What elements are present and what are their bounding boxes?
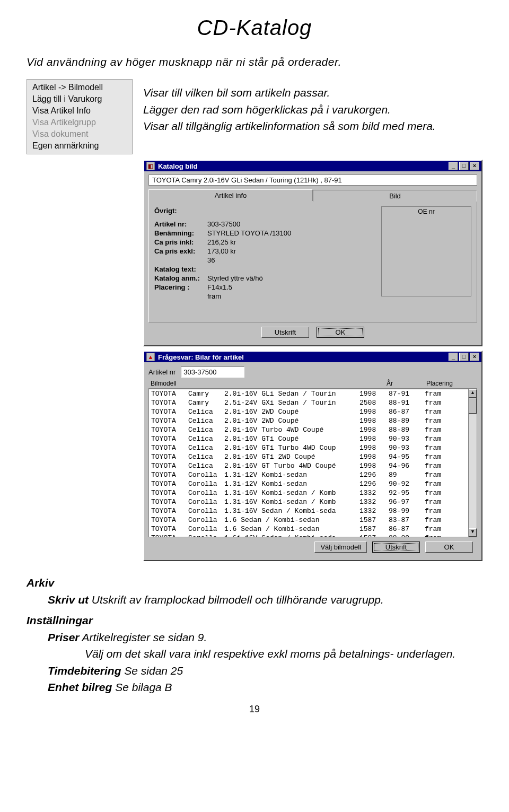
col-ar: År — [387, 380, 426, 387]
label-artikel-nr: Artikel nr: — [154, 220, 207, 228]
tab-artikel-info[interactable]: Artikel info — [148, 189, 313, 201]
scrollbar[interactable]: ▲ ▼ — [468, 389, 477, 537]
cell: fram — [425, 479, 475, 488]
cell: 88-89 — [389, 416, 425, 425]
table-row[interactable]: TOYOTACamry2.5i-24V GXi Sedan / Tourin25… — [149, 398, 477, 407]
table-row[interactable]: TOYOTACorolla1.6i-16V Sedan / Kombi-seda… — [149, 534, 477, 537]
menu-item-disabled: Visa dokument — [27, 128, 132, 140]
cell: TOYOTA — [151, 425, 188, 434]
scroll-up-icon[interactable]: ▲ — [469, 389, 477, 398]
cell: TOYOTA — [151, 461, 188, 470]
minimize-button[interactable]: _ — [449, 162, 458, 170]
cell: Corolla — [188, 470, 224, 479]
cell: 88-91 — [389, 398, 425, 407]
menu-item[interactable]: Egen anmärkning — [27, 140, 132, 152]
minimize-button[interactable]: _ — [449, 353, 458, 361]
results-grid[interactable]: TOYOTACamry2.0i-16V GLi Sedan / Tourin19… — [148, 389, 477, 537]
ok-button[interactable]: OK — [425, 542, 473, 553]
cell: 1998 — [359, 425, 389, 434]
oe-nr-box: OE nr — [381, 206, 471, 296]
table-row[interactable]: TOYOTACelica2.0i-16V Turbo 4WD Coupé1998… — [149, 425, 477, 434]
col-bilmodell: Bilmodell — [151, 380, 201, 387]
label-ovrigt: Övrigt: — [154, 207, 207, 215]
table-row[interactable]: TOYOTACelica2.0i-16V GTi Coupé199890-93f… — [149, 434, 477, 443]
table-row[interactable]: TOYOTACorolla1.3i-16V Sedan / Kombi-seda… — [149, 507, 477, 516]
key-priser: Priser — [48, 631, 80, 643]
cell: TOYOTA — [151, 416, 188, 425]
table-row[interactable]: TOYOTACamry2.0i-16V GLi Sedan / Tourin19… — [149, 389, 477, 398]
cell: TOYOTA — [151, 516, 188, 525]
table-row[interactable]: TOYOTACorolla1.3i-12V Kombi-sedan129689f… — [149, 470, 477, 479]
value-benamning: STYRLED TOYOTA /13100 — [207, 229, 291, 237]
cell: fram — [425, 416, 475, 425]
text: Se sidan 25 — [121, 665, 183, 677]
window-fragesvar: ▲ Frågesvar: Bilar för artikel _ □ × Art… — [143, 351, 482, 561]
cell: fram — [425, 389, 475, 398]
table-row[interactable]: TOYOTACelica2.0i-16V GT Turbo 4WD Coupé1… — [149, 461, 477, 470]
cell: Corolla — [188, 497, 224, 507]
table-row[interactable]: TOYOTACorolla1.3i-16V Kombi-sedan / Komb… — [149, 497, 477, 507]
menu-item[interactable]: Artikel -> Bilmodell — [27, 82, 132, 93]
utskrift-button[interactable]: Utskrift — [261, 327, 309, 338]
cell: 2.0i-16V GLi Sedan / Tourin — [224, 389, 359, 398]
cell: Corolla — [188, 479, 224, 488]
valj-bilmodell-button[interactable]: Välj bilmodell — [314, 542, 367, 553]
cell: 1.6i-16V Sedan / Kombi-seda — [224, 534, 359, 537]
cell: fram — [425, 434, 475, 443]
table-row[interactable]: TOYOTACorolla1.3i-16V Kombi-sedan / Komb… — [149, 488, 477, 497]
tab-bild[interactable]: Bild — [313, 190, 477, 202]
table-row[interactable]: TOYOTACorolla1.6 Sedan / Kombi-sedan1587… — [149, 516, 477, 525]
key-skriv-ut: Skriv ut — [48, 593, 89, 606]
scroll-down-icon[interactable]: ▼ — [469, 528, 477, 537]
cell: fram — [425, 488, 475, 497]
table-row[interactable]: TOYOTACorolla1.6 Sedan / Kombi-sedan1587… — [149, 525, 477, 534]
artikel-nr-input[interactable]: 303-37500 — [181, 366, 244, 378]
cell: 1587 — [359, 525, 389, 534]
table-row[interactable]: TOYOTACelica2.0i-16V GTi 2WD Coupé199894… — [149, 452, 477, 461]
cell: fram — [425, 470, 475, 479]
close-button[interactable]: × — [470, 162, 479, 170]
cell: Celica — [188, 452, 224, 461]
table-row[interactable]: TOYOTACelica2.0i-16V GTi Turbo 4WD Coup1… — [149, 443, 477, 452]
text: Artikelregister se sidan 9. — [80, 631, 207, 643]
close-button[interactable]: × — [470, 353, 479, 361]
menu-item[interactable]: Visa Artikel Info — [27, 105, 132, 117]
cell: fram — [425, 398, 475, 407]
cell: Corolla — [188, 516, 224, 525]
oe-title: OE nr — [382, 207, 471, 216]
cell: 1296 — [359, 479, 389, 488]
cell: Camry — [188, 398, 224, 407]
scroll-thumb[interactable] — [469, 398, 477, 414]
cell: fram — [425, 407, 475, 416]
cell: 90-93 — [389, 443, 425, 452]
cell: Celica — [188, 416, 224, 425]
utskrift-button[interactable]: Utskrift — [372, 542, 420, 553]
table-row[interactable]: TOYOTACelica2.0i-16V 2WD Coupé199888-89f… — [149, 416, 477, 425]
table-row[interactable]: TOYOTACorolla1.3i-12V Kombi-sedan129690-… — [149, 479, 477, 488]
cell: 2.0i-16V GTi Coupé — [224, 434, 359, 443]
cell: TOYOTA — [151, 434, 188, 443]
cell: Corolla — [188, 507, 224, 516]
cell: fram — [425, 443, 475, 452]
document-body: Arkiv Skriv ut Utskrift av framplockad b… — [27, 574, 482, 696]
maximize-button[interactable]: □ — [459, 162, 469, 170]
window-title: Katalog bild — [158, 162, 197, 170]
value-qty: 36 — [207, 256, 215, 264]
value-placering: F14x1.5 — [207, 283, 232, 291]
cell: 90-93 — [389, 434, 425, 443]
cell: 1587 — [359, 534, 389, 537]
maximize-button[interactable]: □ — [459, 353, 469, 361]
table-row[interactable]: TOYOTACelica2.0i-16V 2WD Coupé199886-87f… — [149, 407, 477, 416]
ok-button[interactable]: OK — [317, 327, 364, 338]
cell: Celica — [188, 434, 224, 443]
cell: 1.6 Sedan / Kombi-sedan — [224, 516, 359, 525]
cell: 94-95 — [389, 452, 425, 461]
menu-item[interactable]: Lägg till i Varukorg — [27, 93, 132, 105]
heading-installningar: Inställningar — [27, 612, 482, 629]
cell: 1998 — [359, 452, 389, 461]
desc-line: Visar till vilken bil som artikeln passa… — [143, 84, 482, 101]
cell: fram — [425, 461, 475, 470]
cell: 1998 — [359, 461, 389, 470]
cell: TOYOTA — [151, 525, 188, 534]
cell: TOYOTA — [151, 470, 188, 479]
